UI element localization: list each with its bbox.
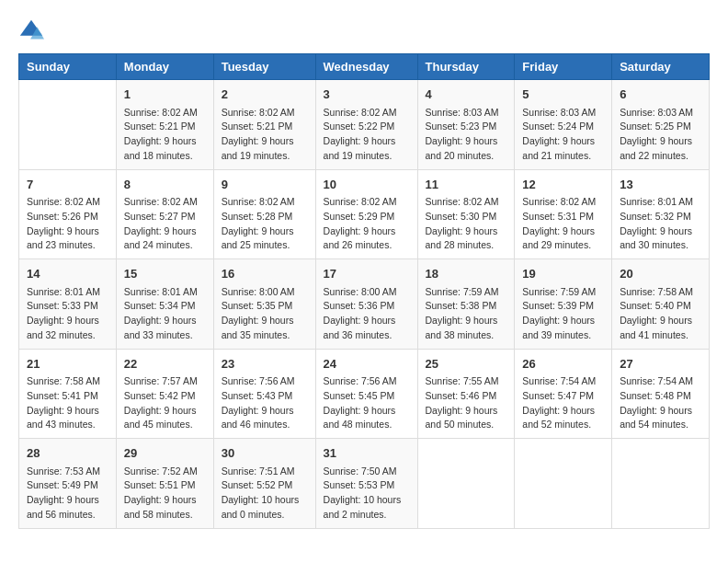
calendar-table: SundayMondayTuesdayWednesdayThursdayFrid… <box>18 53 710 529</box>
cell-content: Sunrise: 7:54 AMSunset: 5:47 PMDaylight:… <box>522 374 604 432</box>
calendar-cell: 13Sunrise: 8:01 AMSunset: 5:32 PMDayligh… <box>612 169 710 259</box>
cell-content: Sunrise: 8:00 AMSunset: 5:35 PMDaylight:… <box>222 285 308 343</box>
calendar-cell: 2Sunrise: 8:02 AMSunset: 5:21 PMDaylight… <box>213 80 315 170</box>
calendar-cell: 18Sunrise: 7:59 AMSunset: 5:38 PMDayligh… <box>417 259 515 350</box>
cell-content: Sunrise: 7:59 AMSunset: 5:38 PMDaylight:… <box>426 285 507 343</box>
cell-content: Sunrise: 8:02 AMSunset: 5:31 PMDaylight:… <box>522 195 604 253</box>
calendar-cell: 29Sunrise: 7:52 AMSunset: 5:51 PMDayligh… <box>116 439 213 529</box>
calendar-cell: 14Sunrise: 8:01 AMSunset: 5:33 PMDayligh… <box>19 259 117 350</box>
day-number: 18 <box>426 265 507 283</box>
calendar-cell: 21Sunrise: 7:58 AMSunset: 5:41 PMDayligh… <box>19 349 117 439</box>
cell-content: Sunrise: 7:52 AMSunset: 5:51 PMDaylight:… <box>124 465 206 523</box>
calendar-cell: 31Sunrise: 7:50 AMSunset: 5:53 PMDayligh… <box>315 439 417 529</box>
cell-content: Sunrise: 7:54 AMSunset: 5:48 PMDaylight:… <box>620 374 701 432</box>
day-header-wednesday: Wednesday <box>315 54 417 80</box>
day-number: 29 <box>124 444 206 463</box>
day-number: 6 <box>620 86 701 104</box>
day-number: 12 <box>522 176 604 194</box>
cell-content: Sunrise: 7:53 AMSunset: 5:49 PMDaylight:… <box>27 465 108 523</box>
day-number: 27 <box>620 355 701 373</box>
calendar-week-row: 21Sunrise: 7:58 AMSunset: 5:41 PMDayligh… <box>19 349 710 439</box>
day-header-saturday: Saturday <box>612 54 710 80</box>
cell-content: Sunrise: 8:02 AMSunset: 5:27 PMDaylight:… <box>124 195 206 253</box>
calendar-cell: 1Sunrise: 8:02 AMSunset: 5:21 PMDaylight… <box>116 80 213 170</box>
calendar-cell: 16Sunrise: 8:00 AMSunset: 5:35 PMDayligh… <box>213 259 315 350</box>
day-number: 9 <box>222 176 308 194</box>
calendar-cell: 12Sunrise: 8:02 AMSunset: 5:31 PMDayligh… <box>515 169 612 259</box>
calendar-cell: 3Sunrise: 8:02 AMSunset: 5:22 PMDaylight… <box>315 80 417 170</box>
cell-content: Sunrise: 8:03 AMSunset: 5:25 PMDaylight:… <box>620 106 701 164</box>
header <box>18 18 710 44</box>
day-header-tuesday: Tuesday <box>213 54 315 80</box>
calendar-cell: 26Sunrise: 7:54 AMSunset: 5:47 PMDayligh… <box>515 349 612 439</box>
day-number: 1 <box>124 86 206 104</box>
day-number: 26 <box>522 355 604 373</box>
day-number: 19 <box>522 265 604 283</box>
cell-content: Sunrise: 7:57 AMSunset: 5:42 PMDaylight:… <box>124 374 206 432</box>
cell-content: Sunrise: 8:02 AMSunset: 5:28 PMDaylight:… <box>222 195 308 253</box>
cell-content: Sunrise: 8:02 AMSunset: 5:21 PMDaylight:… <box>124 106 206 164</box>
calendar-cell: 6Sunrise: 8:03 AMSunset: 5:25 PMDaylight… <box>612 80 710 170</box>
cell-content: Sunrise: 7:55 AMSunset: 5:46 PMDaylight:… <box>426 374 507 432</box>
logo <box>18 18 50 44</box>
calendar-cell: 5Sunrise: 8:03 AMSunset: 5:24 PMDaylight… <box>515 80 612 170</box>
day-number: 14 <box>27 265 108 283</box>
day-number: 5 <box>522 86 604 104</box>
calendar-cell: 28Sunrise: 7:53 AMSunset: 5:49 PMDayligh… <box>19 439 117 529</box>
cell-content: Sunrise: 8:00 AMSunset: 5:36 PMDaylight:… <box>324 285 410 343</box>
day-header-monday: Monday <box>116 54 213 80</box>
calendar-cell: 24Sunrise: 7:56 AMSunset: 5:45 PMDayligh… <box>315 349 417 439</box>
cell-content: Sunrise: 7:58 AMSunset: 5:41 PMDaylight:… <box>27 374 108 432</box>
calendar-cell: 4Sunrise: 8:03 AMSunset: 5:23 PMDaylight… <box>417 80 515 170</box>
day-header-sunday: Sunday <box>19 54 117 80</box>
cell-content: Sunrise: 8:02 AMSunset: 5:22 PMDaylight:… <box>324 106 410 164</box>
day-number: 31 <box>324 444 410 463</box>
calendar-week-row: 7Sunrise: 8:02 AMSunset: 5:26 PMDaylight… <box>19 169 710 259</box>
calendar-week-row: 14Sunrise: 8:01 AMSunset: 5:33 PMDayligh… <box>19 259 710 350</box>
day-number: 22 <box>124 355 206 373</box>
calendar-cell: 11Sunrise: 8:02 AMSunset: 5:30 PMDayligh… <box>417 169 515 259</box>
calendar-week-row: 1Sunrise: 8:02 AMSunset: 5:21 PMDaylight… <box>19 80 710 170</box>
calendar-cell <box>612 439 710 529</box>
cell-content: Sunrise: 8:03 AMSunset: 5:24 PMDaylight:… <box>522 106 604 164</box>
cell-content: Sunrise: 7:50 AMSunset: 5:53 PMDaylight:… <box>324 465 410 523</box>
calendar-cell: 22Sunrise: 7:57 AMSunset: 5:42 PMDayligh… <box>116 349 213 439</box>
calendar-cell: 19Sunrise: 7:59 AMSunset: 5:39 PMDayligh… <box>515 259 612 350</box>
cell-content: Sunrise: 7:58 AMSunset: 5:40 PMDaylight:… <box>620 285 701 343</box>
cell-content: Sunrise: 7:56 AMSunset: 5:43 PMDaylight:… <box>222 374 308 432</box>
header-row: SundayMondayTuesdayWednesdayThursdayFrid… <box>19 54 710 80</box>
cell-content: Sunrise: 8:02 AMSunset: 5:26 PMDaylight:… <box>27 195 108 253</box>
day-number: 15 <box>124 265 206 283</box>
calendar-week-row: 28Sunrise: 7:53 AMSunset: 5:49 PMDayligh… <box>19 439 710 529</box>
cell-content: Sunrise: 8:03 AMSunset: 5:23 PMDaylight:… <box>426 106 507 164</box>
day-number: 7 <box>27 176 108 194</box>
cell-content: Sunrise: 8:01 AMSunset: 5:32 PMDaylight:… <box>620 195 701 253</box>
calendar-cell: 15Sunrise: 8:01 AMSunset: 5:34 PMDayligh… <box>116 259 213 350</box>
day-number: 30 <box>222 444 308 463</box>
day-number: 17 <box>324 265 410 283</box>
cell-content: Sunrise: 8:02 AMSunset: 5:21 PMDaylight:… <box>222 106 308 164</box>
calendar-cell: 20Sunrise: 7:58 AMSunset: 5:40 PMDayligh… <box>612 259 710 350</box>
cell-content: Sunrise: 8:01 AMSunset: 5:33 PMDaylight:… <box>27 285 108 343</box>
calendar-cell <box>515 439 612 529</box>
calendar-cell: 8Sunrise: 8:02 AMSunset: 5:27 PMDaylight… <box>116 169 213 259</box>
cell-content: Sunrise: 8:01 AMSunset: 5:34 PMDaylight:… <box>124 285 206 343</box>
calendar-cell <box>19 80 117 170</box>
day-number: 23 <box>222 355 308 373</box>
calendar-cell: 27Sunrise: 7:54 AMSunset: 5:48 PMDayligh… <box>612 349 710 439</box>
day-header-thursday: Thursday <box>417 54 515 80</box>
day-number: 24 <box>324 355 410 373</box>
day-number: 28 <box>27 444 108 463</box>
day-header-friday: Friday <box>515 54 612 80</box>
calendar-cell: 25Sunrise: 7:55 AMSunset: 5:46 PMDayligh… <box>417 349 515 439</box>
day-number: 11 <box>426 176 507 194</box>
cell-content: Sunrise: 8:02 AMSunset: 5:29 PMDaylight:… <box>324 195 410 253</box>
calendar-cell: 30Sunrise: 7:51 AMSunset: 5:52 PMDayligh… <box>213 439 315 529</box>
cell-content: Sunrise: 7:56 AMSunset: 5:45 PMDaylight:… <box>324 374 410 432</box>
calendar-cell: 23Sunrise: 7:56 AMSunset: 5:43 PMDayligh… <box>213 349 315 439</box>
day-number: 25 <box>426 355 507 373</box>
cell-content: Sunrise: 7:51 AMSunset: 5:52 PMDaylight:… <box>222 465 308 523</box>
day-number: 16 <box>222 265 308 283</box>
cell-content: Sunrise: 8:02 AMSunset: 5:30 PMDaylight:… <box>426 195 507 253</box>
calendar-cell <box>417 439 515 529</box>
